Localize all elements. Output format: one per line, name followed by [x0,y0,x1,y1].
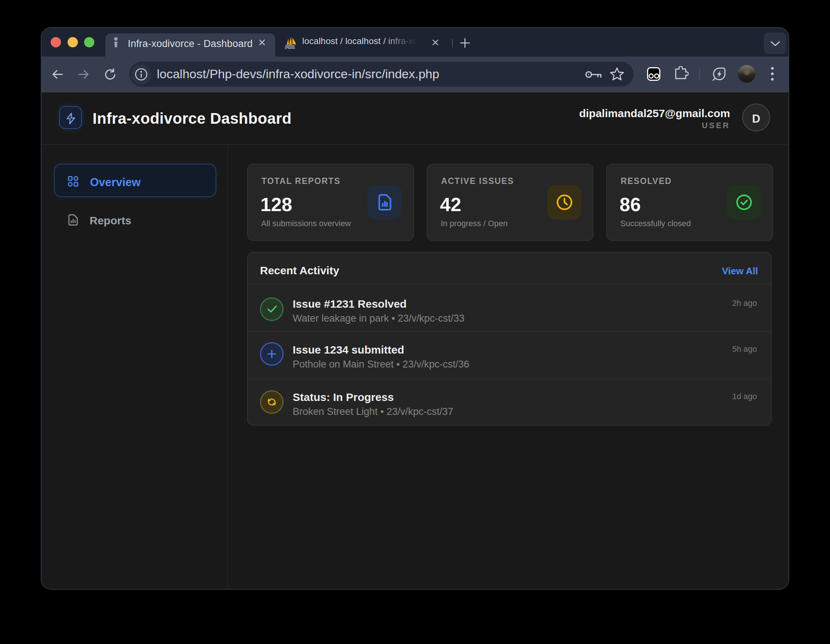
svg-text:PMA: PMA [285,45,295,49]
